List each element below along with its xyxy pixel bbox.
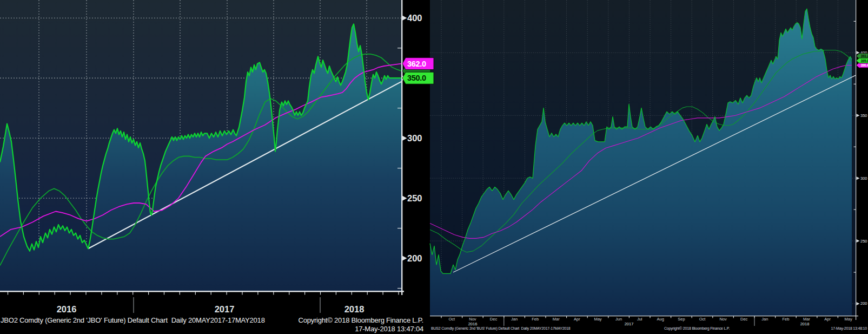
- right-month-label: Jul: [637, 317, 642, 322]
- right-year-label: 2018: [800, 322, 810, 326]
- y-tick-arrow-icon: [857, 302, 860, 305]
- left-year-label: 2016: [57, 304, 77, 314]
- y-tick-arrow-icon: [402, 256, 407, 261]
- left-chart-footer-title: JBO2 Comdty (Generic 2nd 'JBO' Future) D…: [1, 316, 265, 324]
- right-month-label: Dec: [490, 317, 498, 322]
- right-month-label: Jun: [615, 317, 622, 322]
- right-year-label: 2017: [625, 322, 634, 326]
- right-y-tick-label: 200: [860, 301, 867, 306]
- left-badges: 362.0350.0: [402, 58, 434, 84]
- right-month-label: May: [845, 317, 852, 322]
- left-y-axis-labels: 400350300250200: [402, 13, 422, 263]
- y-tick-arrow-icon: [857, 239, 860, 243]
- sma-fast-badge-value: 393.29: [861, 54, 868, 58]
- y-tick-arrow-icon: [857, 176, 860, 180]
- left-y-tick-label: 250: [407, 193, 422, 203]
- left-chart-timestamp: 17-May-2018 13:47:04: [355, 325, 423, 333]
- right-month-label: Feb: [782, 317, 789, 322]
- right-month-label: Nov: [719, 317, 727, 322]
- right-month-label: Sep: [678, 317, 685, 322]
- right-y-tick-label: 350: [860, 113, 867, 118]
- right-month-label: Nov: [469, 317, 476, 322]
- right-badges: 393.29390.49395.00: [856, 54, 868, 68]
- right-pane: 400350300250200OctNovDecJanFebMarAprMayJ…: [430, 0, 868, 326]
- right-y-axis-labels: 400350300250200: [857, 50, 867, 306]
- left-y-tick-label: 200: [407, 253, 422, 263]
- left-chart-copyright: Copyright© 2018 Bloomberg Finance L.P.: [298, 316, 423, 324]
- right-y-tick-label: 250: [860, 239, 867, 244]
- right-month-label: Feb: [532, 317, 539, 322]
- last-price-badge-value: 350.0: [407, 74, 426, 82]
- right-month-label: May: [594, 317, 601, 322]
- right-month-label: Mar: [803, 317, 810, 322]
- right-month-label: Apr: [574, 317, 580, 322]
- right-chart-footer-title: BUS2 Comdty (Generic 2nd 'BUS' Future) D…: [431, 326, 570, 330]
- y-tick-arrow-icon: [857, 114, 860, 117]
- sma-slow-badge-value: 390.49: [861, 63, 868, 67]
- right-year-label: 2016: [468, 322, 478, 326]
- right-month-label: Mar: [553, 317, 560, 322]
- right-month-label: Jan: [761, 317, 768, 322]
- right-chart-copyright: Copyright© 2018 Bloomberg Finance L.P.: [664, 326, 730, 330]
- right-month-label: Oct: [448, 317, 455, 322]
- y-tick-arrow-icon: [402, 16, 407, 21]
- y-tick-arrow-icon: [402, 136, 407, 141]
- left-year-label: 2018: [344, 304, 365, 314]
- right-month-label: Aug: [657, 317, 664, 322]
- right-month-label: Jan: [511, 317, 518, 322]
- left-y-tick-label: 300: [407, 133, 422, 143]
- y-tick-arrow-icon: [402, 196, 407, 201]
- left-pane: 400350300250200201620172018362.0350.0: [0, 0, 434, 314]
- last-price-badge-value: 395.00: [861, 59, 868, 63]
- right-month-label: Dec: [740, 317, 748, 322]
- right-chart-timestamp: 17-May-2018 13:48:10: [831, 326, 867, 330]
- chart-canvas[interactable]: 400350300250200OctNovDecJanFebMarAprMayJ…: [0, 0, 868, 334]
- right-y-tick-label: 300: [860, 176, 867, 181]
- right-month-label: Oct: [699, 317, 706, 322]
- ma-long-badge-value: 362.0: [407, 60, 426, 68]
- bloomberg-dual-chart-screen: 400350300250200OctNovDecJanFebMarAprMayJ…: [0, 0, 868, 334]
- right-month-label: Apr: [824, 317, 831, 322]
- left-year-label: 2017: [215, 304, 235, 314]
- left-y-tick-label: 400: [407, 13, 422, 23]
